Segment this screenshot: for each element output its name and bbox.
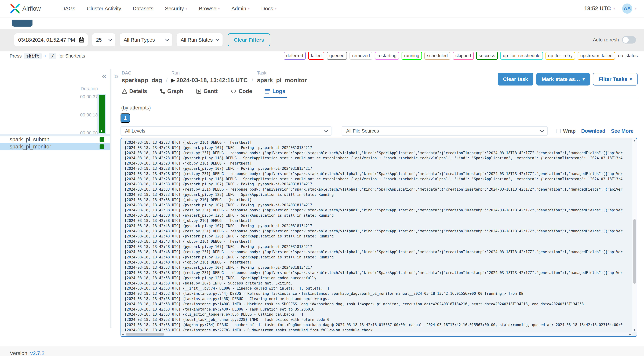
status-badge[interactable]: skipped [453,52,474,60]
task-instance-status-square[interactable] [100,144,104,149]
status-legend: deferred failed queued removed restartin… [284,52,638,60]
avatar[interactable]: AA [622,4,632,14]
breadcrumb-dag-value[interactable]: sparkapp_dag [122,77,162,84]
breadcrumb-task-value[interactable]: spark_pi_monitor [257,77,307,84]
nav-item[interactable]: DAGs ▾ [61,6,75,12]
nav-item[interactable]: Cluster Activity ▾ [87,6,121,12]
clear-filters-button[interactable]: Clear Filters [228,33,270,46]
tab-details[interactable]: Details [120,87,148,98]
clear-task-button[interactable]: Clear task [498,73,533,86]
horizontal-scroll-thumb[interactable] [126,333,164,335]
filter-tasks-button[interactable]: Filter Tasks ▾ [593,73,638,86]
vertical-scrollbar[interactable]: ▲ ▼ [632,138,637,332]
scroll-down-icon[interactable]: ▼ [633,328,636,331]
breadcrumb-task-label: Task [257,70,307,76]
chevron-down-icon: ▾ [275,6,277,11]
attempt-1-button[interactable]: 1 [120,113,130,123]
log-line: [2024-03-18, 13:42:53 UTC] {taskinstance… [124,302,632,307]
status-badge[interactable]: up_for_retry [546,52,575,60]
download-link[interactable]: Download [581,128,606,134]
status-badge[interactable]: success [476,52,498,60]
status-badge[interactable]: up_for_reschedule [500,52,543,60]
chevron-down-icon[interactable]: ▾ [613,6,615,11]
manual-run-icon: ▶ [171,77,175,83]
task-instance-status-square[interactable] [100,137,104,142]
dag-run-duration-bar[interactable]: ▶ [99,95,105,133]
page-size-select[interactable]: 25 [92,33,115,46]
log-line: [2024-03-18, 13:42:33 UTC] {pyspark_pi.p… [124,192,632,198]
log-line: [2024-03-18, 13:42:48 UTC] {job.py:216} … [124,260,632,265]
vertical-scroll-thumb[interactable] [633,219,636,284]
auto-refresh-toggle[interactable] [622,36,636,44]
task-name[interactable]: spark_pi_submit [10,136,49,143]
run-states-select[interactable]: All Run States [177,33,222,46]
nav-item[interactable]: Docs ▾ [261,6,277,12]
code-icon [230,89,236,94]
task-row[interactable]: spark_pi_monitor [0,143,110,150]
nav-item[interactable]: Browse ▾ [199,6,220,12]
run-timestamp: 2024-03-18, 13:42:16 UTC [176,77,248,84]
nav-item[interactable]: Datasets ▾ [133,6,153,12]
breadcrumb-run-value[interactable]: ▶ 2024-03-18, 13:42:16 UTC [171,77,248,84]
log-line: [2024-03-18, 13:42:23 UTC] {job.py:216} … [124,140,632,145]
page-size-value: 25 [96,37,102,43]
tab-graph[interactable]: Graph [158,87,184,98]
status-badge[interactable]: no_status [618,52,638,59]
expand-panel-icon[interactable]: » [114,72,118,80]
by-attempts-label: (by attempts) [121,105,151,111]
mark-state-button[interactable]: Mark state as… ▾ [536,73,590,86]
base-date-input[interactable]: 03/18/2024, 01:52:47 PM [14,33,88,46]
horizontal-scrollbar[interactable]: ◀ ▶ [121,332,632,336]
see-more-link[interactable]: See More [611,128,634,134]
log-line: [2024-03-18, 13:42:38 UTC] {pyspark_pi.p… [124,203,632,208]
status-badge[interactable]: scheduled [424,52,450,60]
status-badge[interactable]: removed [350,52,372,60]
grid-panel: « Duration 00:00:37 00:00:18 00:00:00 ▶ … [0,68,110,329]
status-badge[interactable]: upstream_failed [578,52,615,60]
scroll-right-icon[interactable]: ▶ [629,333,631,336]
nav-item[interactable]: Security ▾ [165,6,187,12]
panel-divider[interactable] [110,69,112,328]
manual-run-icon: ▶ [100,129,103,133]
run-types-select[interactable]: All Run Types [120,33,172,46]
log-lines[interactable]: [2024-03-18, 13:42:23 UTC] {job.py:216} … [124,140,632,331]
tab-logs[interactable]: Logs [264,87,287,98]
plus-text: + [44,53,47,59]
log-line: [2024-03-18, 13:42:48 UTC] {rest.py:231}… [124,250,632,255]
scroll-left-icon[interactable]: ◀ [122,333,124,336]
calendar-icon[interactable] [79,37,84,43]
log-line: [2024-03-18, 13:42:38 UTC] {job.py:216} … [124,218,632,224]
tab-gantt[interactable]: Gantt [195,87,219,98]
version-link[interactable]: v2.7.2 [30,350,44,356]
log-level-select[interactable]: All Levels [120,126,332,136]
task-row[interactable]: spark_pi_submit [0,136,110,143]
airflow-logo-icon [10,3,20,14]
auto-refresh-control: Auto-refresh [593,36,636,44]
breadcrumb: DAG sparkapp_dag / Run ▶ 2024-03-18, 13:… [122,70,307,84]
log-line: [2024-03-18, 13:42:53 UTC] {base.py:287}… [124,281,632,286]
status-badge[interactable]: failed [308,52,324,60]
status-badge[interactable]: restarting [375,52,399,60]
status-badge[interactable]: queued [327,52,347,60]
log-line: [2024-03-18, 13:42:53 UTC] {cli_action_l… [124,312,632,317]
nav-item[interactable]: Admin ▾ [232,6,250,12]
log-line: [2024-03-18, 13:42:23 UTC] {pyspark_pi.p… [124,145,632,150]
file-source-select[interactable]: All File Sources [342,126,548,136]
wrap-control[interactable]: Wrap [556,128,576,134]
nav-item-label: Datasets [133,6,153,12]
logs-icon [265,89,270,94]
chevron-down-icon [166,38,169,41]
log-line: [2024-03-18, 13:42:53 UTC] {pyspark_pi.p… [124,276,632,281]
chevron-down-icon[interactable]: ▾ [635,6,637,11]
scroll-up-icon[interactable]: ▲ [633,139,636,142]
status-badge[interactable]: running [402,52,422,60]
collapse-panel-icon[interactable]: « [102,72,107,80]
task-name[interactable]: spark_pi_monitor [10,143,51,150]
wrap-checkbox[interactable] [556,129,561,133]
clock[interactable]: 13:52 UTC [584,6,611,12]
tab-label: Graph [167,88,183,94]
tab-code[interactable]: Code [229,87,254,98]
chevron-down-icon [108,38,112,41]
log-line: [2024-03-18, 13:42:53 UTC] {taskinstance… [124,296,632,302]
status-badge[interactable]: deferred [284,52,306,60]
